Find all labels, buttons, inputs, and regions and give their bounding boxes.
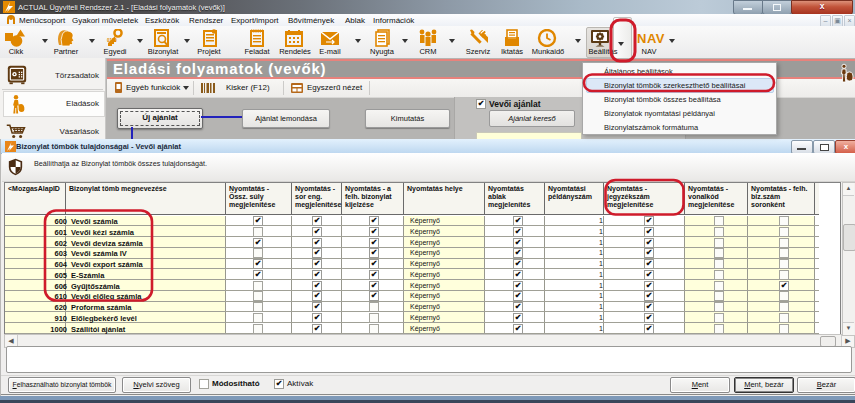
svg-text:0110: 0110 xyxy=(107,38,117,43)
